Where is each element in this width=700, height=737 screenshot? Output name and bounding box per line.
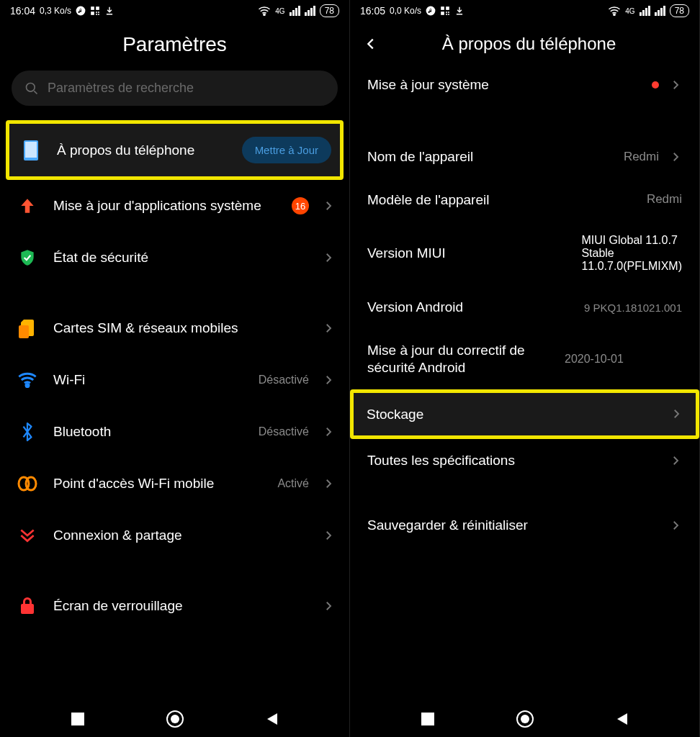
phone-icon bbox=[18, 137, 44, 163]
item-label: À propos du téléphone bbox=[57, 142, 229, 159]
nav-bar bbox=[350, 700, 699, 737]
item-label: Sauvegarder & réinitialiser bbox=[367, 517, 659, 534]
item-backup-reset[interactable]: Sauvegarder & réinitialiser bbox=[354, 504, 695, 547]
item-label: Connexion & partage bbox=[53, 527, 309, 544]
notification-dot-icon bbox=[652, 81, 659, 89]
chevron-right-icon bbox=[669, 150, 682, 163]
item-value: Désactivé bbox=[259, 425, 309, 438]
svg-point-18 bbox=[171, 715, 179, 723]
svg-rect-3 bbox=[91, 12, 94, 15]
nav-back-button[interactable] bbox=[613, 710, 632, 728]
signal2-icon bbox=[305, 6, 315, 16]
item-device-model[interactable]: Modèle de l'appareil Redmi bbox=[354, 178, 695, 222]
shield-icon bbox=[14, 245, 40, 271]
wifi-icon bbox=[608, 6, 621, 16]
item-label: Point d'accès Wi-Fi mobile bbox=[53, 475, 264, 492]
svg-rect-6 bbox=[96, 14, 97, 15]
item-sim-networks[interactable]: Cartes SIM & réseaux mobiles bbox=[6, 302, 344, 354]
divider bbox=[354, 107, 695, 135]
item-label: Nom de l'appareil bbox=[367, 148, 614, 166]
nav-home-button[interactable] bbox=[166, 710, 184, 728]
music-icon bbox=[76, 6, 86, 16]
nav-home-button[interactable] bbox=[516, 710, 534, 728]
chevron-right-icon bbox=[669, 78, 682, 91]
settings-list: À propos du téléphone Mettre à Jour Mise… bbox=[0, 120, 349, 700]
chevron-right-icon bbox=[669, 454, 682, 467]
item-security-patch[interactable]: Mise à jour du correctif de sécurité And… bbox=[354, 329, 695, 389]
about-list: Mise à jour système Nom de l'appareil Re… bbox=[350, 63, 699, 700]
page-title: À propos du téléphone bbox=[369, 34, 689, 54]
item-android-version[interactable]: Version Android 9 PKQ1.181021.001 bbox=[354, 286, 695, 329]
divider bbox=[6, 561, 344, 580]
clock: 16:05 bbox=[360, 5, 385, 17]
chevron-right-icon bbox=[670, 407, 683, 420]
item-about-phone[interactable]: À propos du téléphone Mettre à Jour bbox=[6, 120, 344, 180]
chain-icon bbox=[14, 471, 40, 497]
page-header: À propos du téléphone bbox=[350, 20, 699, 63]
item-label: Version MIUI bbox=[367, 245, 571, 262]
item-label: Bluetooth bbox=[53, 423, 246, 440]
update-button[interactable]: Mettre à Jour bbox=[242, 137, 331, 163]
wifi-icon bbox=[258, 6, 271, 16]
item-connection-share[interactable]: Connexion & partage bbox=[6, 510, 344, 561]
clock: 16:04 bbox=[10, 5, 35, 17]
nav-recent-button[interactable] bbox=[68, 710, 87, 728]
chevron-right-icon bbox=[322, 374, 335, 386]
highlight-storage: Stockage bbox=[350, 389, 699, 440]
item-bluetooth[interactable]: Bluetooth Désactivé bbox=[6, 406, 344, 458]
net-label: 4G bbox=[625, 7, 634, 15]
item-miui-version[interactable]: Version MIUI MIUI Global 11.0.7 Stable 1… bbox=[354, 221, 695, 286]
svg-rect-25 bbox=[446, 14, 447, 15]
lock-icon bbox=[14, 593, 40, 619]
item-storage[interactable]: Stockage bbox=[354, 393, 696, 436]
item-value: Désactivé bbox=[259, 374, 309, 386]
item-label: Wi-Fi bbox=[53, 371, 246, 389]
item-wifi[interactable]: Wi-Fi Désactivé bbox=[6, 354, 344, 406]
divider bbox=[354, 482, 695, 504]
item-lockscreen[interactable]: Écran de verrouillage bbox=[6, 580, 344, 632]
item-label: Mise à jour système bbox=[367, 76, 642, 94]
search-icon bbox=[24, 81, 39, 96]
item-label: Mise à jour d'applications système bbox=[53, 197, 279, 214]
divider bbox=[6, 284, 344, 302]
item-label: Stockage bbox=[367, 406, 660, 423]
svg-rect-7 bbox=[98, 14, 99, 15]
count-badge: 16 bbox=[292, 197, 309, 214]
svg-rect-20 bbox=[441, 6, 444, 10]
chevron-right-icon bbox=[322, 600, 335, 612]
svg-rect-11 bbox=[25, 142, 37, 158]
nav-back-button[interactable] bbox=[263, 710, 282, 728]
item-system-apps-update[interactable]: Mise à jour d'applications système 16 bbox=[6, 180, 344, 232]
signal2-icon bbox=[655, 6, 665, 16]
item-value: MIUI Global 11.0.7 Stable 11.0.7.0(PFLMI… bbox=[581, 234, 682, 273]
item-value: Activé bbox=[277, 477, 309, 490]
item-label: État de sécurité bbox=[53, 249, 309, 266]
search-input[interactable]: Paramètres de recherche bbox=[12, 71, 338, 106]
item-hotspot[interactable]: Point d'accès Wi-Fi mobile Activé bbox=[6, 458, 344, 510]
chevron-right-icon bbox=[322, 529, 335, 542]
item-system-update[interactable]: Mise à jour système bbox=[354, 63, 695, 107]
chevron-right-icon bbox=[322, 322, 335, 335]
arrow-up-icon bbox=[14, 193, 40, 219]
download-icon bbox=[454, 6, 465, 16]
qr-icon bbox=[440, 6, 450, 16]
svg-rect-23 bbox=[446, 12, 447, 13]
download-icon bbox=[104, 6, 115, 16]
chevron-right-icon bbox=[322, 199, 335, 212]
screen-about-phone: 16:05 0,0 Ko/s 4G 78 À propos du télépho… bbox=[350, 0, 700, 737]
search-placeholder: Paramètres de recherche bbox=[48, 81, 194, 96]
svg-rect-2 bbox=[96, 6, 99, 10]
chevron-right-icon bbox=[669, 519, 682, 532]
item-all-specs[interactable]: Toutes les spécifications bbox=[354, 439, 695, 482]
page-title: Paramètres bbox=[0, 20, 349, 71]
svg-point-8 bbox=[264, 14, 265, 15]
music-icon bbox=[426, 6, 436, 16]
status-bar: 16:04 0,3 Ko/s 4G 78 bbox=[0, 0, 349, 20]
item-label: Mise à jour du correctif de sécurité And… bbox=[367, 342, 555, 376]
item-device-name[interactable]: Nom de l'appareil Redmi bbox=[354, 135, 695, 178]
svg-point-15 bbox=[26, 477, 36, 490]
net-speed: 0,0 Ko/s bbox=[390, 6, 421, 16]
item-security-status[interactable]: État de sécurité bbox=[6, 232, 344, 284]
chevron-right-icon bbox=[322, 251, 335, 264]
nav-recent-button[interactable] bbox=[418, 710, 437, 728]
